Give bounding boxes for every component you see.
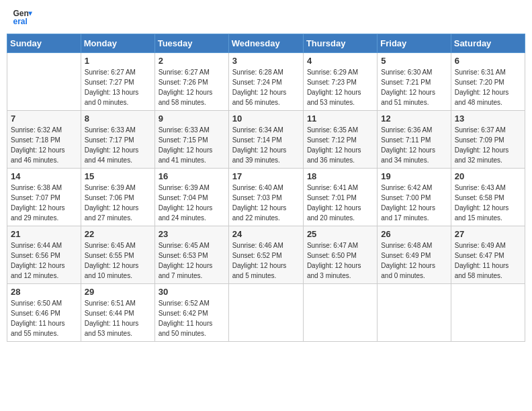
day-info: Sunrise: 6:32 AM Sunset: 7:18 PM Dayligh… bbox=[11, 125, 77, 165]
col-header-thursday: Thursday bbox=[303, 34, 377, 53]
day-number: 21 bbox=[11, 229, 77, 239]
day-number: 6 bbox=[455, 56, 521, 66]
calendar-cell: 7Sunrise: 6:32 AM Sunset: 7:18 PM Daylig… bbox=[7, 111, 81, 169]
col-header-tuesday: Tuesday bbox=[154, 34, 228, 53]
day-info: Sunrise: 6:50 AM Sunset: 6:46 PM Dayligh… bbox=[11, 298, 77, 338]
calendar-cell: 23Sunrise: 6:45 AM Sunset: 6:53 PM Dayli… bbox=[154, 226, 228, 284]
day-number: 19 bbox=[381, 171, 447, 181]
calendar-cell: 3Sunrise: 6:28 AM Sunset: 7:24 PM Daylig… bbox=[228, 53, 303, 111]
calendar-cell: 21Sunrise: 6:44 AM Sunset: 6:56 PM Dayli… bbox=[7, 226, 81, 284]
day-number: 12 bbox=[381, 113, 447, 124]
day-info: Sunrise: 6:39 AM Sunset: 7:06 PM Dayligh… bbox=[85, 183, 151, 223]
calendar-cell bbox=[378, 284, 451, 342]
day-info: Sunrise: 6:28 AM Sunset: 7:24 PM Dayligh… bbox=[232, 67, 300, 107]
day-number: 13 bbox=[455, 113, 521, 124]
calendar-cell: 9Sunrise: 6:33 AM Sunset: 7:15 PM Daylig… bbox=[154, 111, 228, 169]
col-header-sunday: Sunday bbox=[7, 34, 81, 53]
calendar-header-row: SundayMondayTuesdayWednesdayThursdayFrid… bbox=[7, 34, 525, 53]
calendar-cell bbox=[228, 284, 303, 342]
day-number: 29 bbox=[85, 287, 151, 297]
day-number: 27 bbox=[455, 229, 521, 239]
day-number: 9 bbox=[159, 113, 225, 124]
day-info: Sunrise: 6:45 AM Sunset: 6:55 PM Dayligh… bbox=[85, 240, 151, 281]
day-info: Sunrise: 6:38 AM Sunset: 7:07 PM Dayligh… bbox=[11, 183, 77, 223]
day-number: 11 bbox=[307, 113, 373, 124]
calendar-week-4: 21Sunrise: 6:44 AM Sunset: 6:56 PM Dayli… bbox=[7, 226, 525, 284]
day-info: Sunrise: 6:44 AM Sunset: 6:56 PM Dayligh… bbox=[11, 240, 77, 281]
calendar-cell: 30Sunrise: 6:52 AM Sunset: 6:42 PM Dayli… bbox=[154, 284, 228, 342]
day-info: Sunrise: 6:39 AM Sunset: 7:04 PM Dayligh… bbox=[159, 183, 225, 223]
day-number: 22 bbox=[85, 229, 151, 239]
day-info: Sunrise: 6:27 AM Sunset: 7:27 PM Dayligh… bbox=[85, 67, 151, 107]
calendar-cell: 14Sunrise: 6:38 AM Sunset: 7:07 PM Dayli… bbox=[7, 169, 81, 226]
calendar-cell: 13Sunrise: 6:37 AM Sunset: 7:09 PM Dayli… bbox=[451, 111, 525, 169]
day-info: Sunrise: 6:37 AM Sunset: 7:09 PM Dayligh… bbox=[455, 125, 521, 165]
day-number: 8 bbox=[85, 113, 151, 124]
day-number: 26 bbox=[381, 229, 447, 239]
day-number: 24 bbox=[232, 229, 300, 239]
day-info: Sunrise: 6:27 AM Sunset: 7:26 PM Dayligh… bbox=[159, 67, 225, 107]
calendar-cell: 19Sunrise: 6:42 AM Sunset: 7:00 PM Dayli… bbox=[378, 169, 451, 226]
day-number: 30 bbox=[159, 287, 225, 297]
day-info: Sunrise: 6:52 AM Sunset: 6:42 PM Dayligh… bbox=[159, 298, 225, 338]
calendar-cell: 16Sunrise: 6:39 AM Sunset: 7:04 PM Dayli… bbox=[154, 169, 228, 226]
calendar-cell: 22Sunrise: 6:45 AM Sunset: 6:55 PM Dayli… bbox=[81, 226, 154, 284]
calendar-cell: 17Sunrise: 6:40 AM Sunset: 7:03 PM Dayli… bbox=[228, 169, 303, 226]
day-info: Sunrise: 6:42 AM Sunset: 7:00 PM Dayligh… bbox=[381, 183, 447, 223]
calendar-cell bbox=[7, 53, 81, 111]
day-info: Sunrise: 6:34 AM Sunset: 7:14 PM Dayligh… bbox=[232, 125, 300, 165]
logo: Gen eral bbox=[12, 7, 35, 27]
calendar-cell: 11Sunrise: 6:35 AM Sunset: 7:12 PM Dayli… bbox=[303, 111, 377, 169]
logo-icon: Gen eral bbox=[12, 7, 32, 27]
day-info: Sunrise: 6:31 AM Sunset: 7:20 PM Dayligh… bbox=[455, 67, 521, 107]
calendar-cell: 5Sunrise: 6:30 AM Sunset: 7:21 PM Daylig… bbox=[378, 53, 451, 111]
calendar-week-2: 7Sunrise: 6:32 AM Sunset: 7:18 PM Daylig… bbox=[7, 111, 525, 169]
calendar-cell: 4Sunrise: 6:29 AM Sunset: 7:23 PM Daylig… bbox=[303, 53, 377, 111]
calendar-week-5: 28Sunrise: 6:50 AM Sunset: 6:46 PM Dayli… bbox=[7, 284, 525, 342]
day-info: Sunrise: 6:43 AM Sunset: 6:58 PM Dayligh… bbox=[455, 183, 521, 223]
calendar-cell: 2Sunrise: 6:27 AM Sunset: 7:26 PM Daylig… bbox=[154, 53, 228, 111]
day-info: Sunrise: 6:48 AM Sunset: 6:49 PM Dayligh… bbox=[381, 240, 447, 281]
page-header: Gen eral bbox=[7, 7, 525, 27]
day-number: 16 bbox=[159, 171, 225, 181]
day-number: 17 bbox=[232, 171, 300, 181]
day-number: 10 bbox=[232, 113, 300, 124]
calendar-week-1: 1Sunrise: 6:27 AM Sunset: 7:27 PM Daylig… bbox=[7, 53, 525, 111]
day-info: Sunrise: 6:51 AM Sunset: 6:44 PM Dayligh… bbox=[85, 298, 151, 338]
day-info: Sunrise: 6:30 AM Sunset: 7:21 PM Dayligh… bbox=[381, 67, 447, 107]
day-number: 3 bbox=[232, 56, 300, 66]
day-info: Sunrise: 6:35 AM Sunset: 7:12 PM Dayligh… bbox=[307, 125, 373, 165]
calendar-cell: 25Sunrise: 6:47 AM Sunset: 6:50 PM Dayli… bbox=[303, 226, 377, 284]
day-info: Sunrise: 6:36 AM Sunset: 7:11 PM Dayligh… bbox=[381, 125, 447, 165]
calendar-cell: 18Sunrise: 6:41 AM Sunset: 7:01 PM Dayli… bbox=[303, 169, 377, 226]
col-header-saturday: Saturday bbox=[451, 34, 525, 53]
day-number: 2 bbox=[159, 56, 225, 66]
calendar-cell: 29Sunrise: 6:51 AM Sunset: 6:44 PM Dayli… bbox=[81, 284, 154, 342]
day-number: 15 bbox=[85, 171, 151, 181]
day-number: 25 bbox=[307, 229, 373, 239]
svg-text:eral: eral bbox=[13, 17, 28, 26]
calendar-cell: 10Sunrise: 6:34 AM Sunset: 7:14 PM Dayli… bbox=[228, 111, 303, 169]
day-info: Sunrise: 6:33 AM Sunset: 7:15 PM Dayligh… bbox=[159, 125, 225, 165]
day-info: Sunrise: 6:46 AM Sunset: 6:52 PM Dayligh… bbox=[232, 240, 300, 281]
calendar-week-3: 14Sunrise: 6:38 AM Sunset: 7:07 PM Dayli… bbox=[7, 169, 525, 226]
day-number: 28 bbox=[11, 287, 77, 297]
day-info: Sunrise: 6:47 AM Sunset: 6:50 PM Dayligh… bbox=[307, 240, 373, 281]
col-header-wednesday: Wednesday bbox=[228, 34, 303, 53]
calendar-cell: 8Sunrise: 6:33 AM Sunset: 7:17 PM Daylig… bbox=[81, 111, 154, 169]
col-header-monday: Monday bbox=[81, 34, 154, 53]
day-info: Sunrise: 6:41 AM Sunset: 7:01 PM Dayligh… bbox=[307, 183, 373, 223]
calendar-cell bbox=[451, 284, 525, 342]
calendar-cell: 1Sunrise: 6:27 AM Sunset: 7:27 PM Daylig… bbox=[81, 53, 154, 111]
day-number: 5 bbox=[381, 56, 447, 66]
day-info: Sunrise: 6:49 AM Sunset: 6:47 PM Dayligh… bbox=[455, 240, 521, 281]
calendar-cell: 24Sunrise: 6:46 AM Sunset: 6:52 PM Dayli… bbox=[228, 226, 303, 284]
calendar-cell bbox=[303, 284, 377, 342]
day-number: 1 bbox=[85, 56, 151, 66]
calendar-cell: 15Sunrise: 6:39 AM Sunset: 7:06 PM Dayli… bbox=[81, 169, 154, 226]
calendar-cell: 20Sunrise: 6:43 AM Sunset: 6:58 PM Dayli… bbox=[451, 169, 525, 226]
calendar-cell: 12Sunrise: 6:36 AM Sunset: 7:11 PM Dayli… bbox=[378, 111, 451, 169]
day-info: Sunrise: 6:40 AM Sunset: 7:03 PM Dayligh… bbox=[232, 183, 300, 223]
calendar-cell: 6Sunrise: 6:31 AM Sunset: 7:20 PM Daylig… bbox=[451, 53, 525, 111]
day-info: Sunrise: 6:45 AM Sunset: 6:53 PM Dayligh… bbox=[159, 240, 225, 281]
